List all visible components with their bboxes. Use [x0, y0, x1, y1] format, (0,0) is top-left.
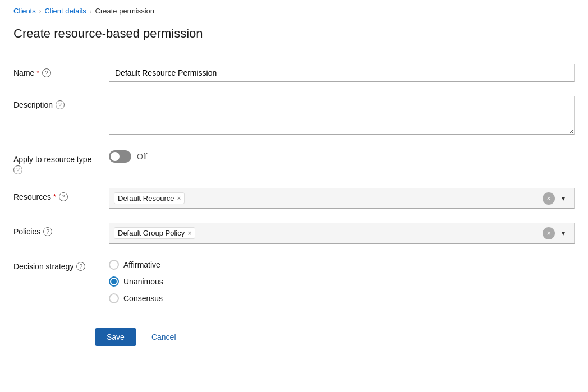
radio-unanimous-circle — [109, 276, 119, 287]
divider — [0, 50, 588, 50]
radio-consensus[interactable]: Consensus — [109, 293, 575, 303]
decision-strategy-row: Decision strategy ? Affirmative Unanimou… — [13, 257, 575, 303]
apply-resource-type-row: Apply to resource type ? Off — [13, 150, 575, 174]
resources-label: Resources * ? — [13, 188, 109, 201]
form-container: Name * ? Description ? Apply to resource… — [0, 64, 588, 303]
decision-strategy-label: Decision strategy ? — [13, 257, 109, 271]
policies-tag-label: Default Group Policy — [118, 229, 185, 237]
policies-clear-button[interactable]: × — [543, 227, 555, 239]
policies-help-icon[interactable]: ? — [43, 227, 52, 236]
toggle-off-label: Off — [137, 152, 147, 161]
decision-strategy-help-icon[interactable]: ? — [76, 262, 85, 271]
page-title: Create resource-based permission — [0, 22, 588, 50]
resources-select-actions: × ▾ — [543, 192, 569, 205]
apply-resource-type-toggle[interactable] — [109, 150, 131, 163]
apply-resource-type-control: Off — [109, 150, 575, 163]
resources-control: Default Resource × × ▾ — [109, 188, 575, 209]
name-input[interactable] — [109, 64, 575, 82]
policies-dropdown-button[interactable]: ▾ — [557, 227, 569, 239]
radio-unanimous-inner — [111, 279, 117, 284]
policies-control: Default Group Policy × × ▾ — [109, 223, 575, 244]
radio-affirmative[interactable]: Affirmative — [109, 260, 575, 270]
save-button[interactable]: Save — [95, 328, 136, 346]
description-label: Description ? — [13, 96, 109, 109]
resources-required: * — [53, 193, 56, 201]
policies-row: Policies ? Default Group Policy × × ▾ — [13, 223, 575, 244]
radio-consensus-label: Consensus — [123, 294, 163, 303]
decision-strategy-control: Affirmative Unanimous Consensus — [109, 257, 575, 303]
resources-row: Resources * ? Default Resource × × ▾ — [13, 188, 575, 209]
description-help-icon[interactable]: ? — [56, 100, 65, 109]
apply-resource-type-help-icon[interactable]: ? — [13, 165, 22, 174]
cancel-button[interactable]: Cancel — [145, 328, 183, 346]
name-help-icon[interactable]: ? — [42, 68, 51, 77]
decision-strategy-radio-group: Affirmative Unanimous Consensus — [109, 257, 575, 303]
resources-tag-remove[interactable]: × — [177, 195, 181, 202]
name-label: Name * ? — [13, 64, 109, 77]
radio-affirmative-circle — [109, 260, 119, 270]
policies-select-actions: × ▾ — [543, 227, 569, 239]
policies-tag: Default Group Policy × — [114, 227, 195, 239]
description-row: Description ? — [13, 96, 575, 137]
apply-resource-type-label: Apply to resource type ? — [13, 150, 109, 174]
policies-select-field[interactable]: Default Group Policy × × ▾ — [109, 223, 575, 244]
description-control — [109, 96, 575, 137]
description-input[interactable] — [109, 96, 575, 135]
breadcrumb-current: Create permission — [95, 7, 155, 15]
resources-dropdown-button[interactable]: ▾ — [557, 192, 569, 205]
policies-label: Policies ? — [13, 223, 109, 236]
name-row: Name * ? — [13, 64, 575, 82]
radio-consensus-circle — [109, 293, 119, 303]
breadcrumb: Clients › Client details › Create permis… — [0, 0, 588, 22]
button-row: Save Cancel — [0, 317, 588, 357]
radio-affirmative-label: Affirmative — [123, 260, 160, 269]
resources-tag: Default Resource × — [114, 192, 185, 204]
breadcrumb-sep-1: › — [39, 8, 42, 15]
breadcrumb-client-details-link[interactable]: Client details — [44, 7, 86, 15]
breadcrumb-clients-link[interactable]: Clients — [13, 7, 36, 15]
resources-help-icon[interactable]: ? — [59, 192, 68, 201]
radio-unanimous-label: Unanimous — [123, 277, 163, 286]
resources-clear-button[interactable]: × — [543, 192, 555, 205]
policies-tag-remove[interactable]: × — [187, 230, 191, 237]
resources-select-field[interactable]: Default Resource × × ▾ — [109, 188, 575, 209]
radio-unanimous[interactable]: Unanimous — [109, 276, 575, 287]
name-required: * — [36, 69, 39, 77]
name-control — [109, 64, 575, 82]
resources-tag-label: Default Resource — [118, 194, 174, 202]
breadcrumb-sep-2: › — [90, 8, 92, 15]
